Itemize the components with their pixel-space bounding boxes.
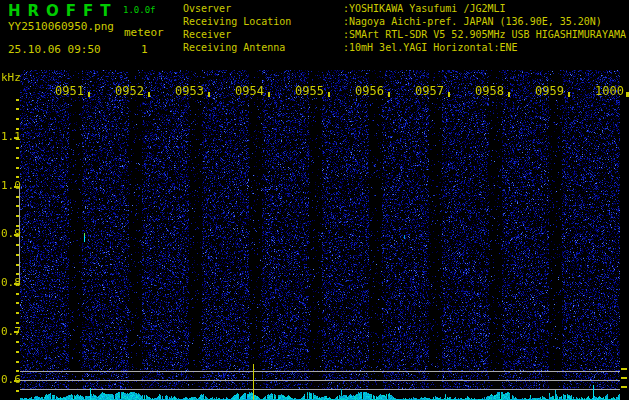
freq-tick <box>16 264 19 266</box>
channel-number: 1 <box>141 43 148 56</box>
freq-tick <box>16 147 19 149</box>
freq-tick <box>14 186 19 188</box>
freq-tick <box>14 283 19 285</box>
right-axis-tick <box>621 377 627 379</box>
freq-tick <box>16 341 19 343</box>
info-row-antenna: Receiving Antenna :10mH 3el.YAGI Horizon… <box>183 42 629 55</box>
freq-tick <box>16 361 19 363</box>
freq-label: 0.6 <box>1 373 21 386</box>
receiver-value: :SMArt RTL-SDR V5 52.905MHz USB HIGASHIM… <box>343 29 626 40</box>
freq-tick <box>16 99 19 101</box>
freq-tick <box>14 380 19 382</box>
freq-tick <box>14 234 19 236</box>
corner-time-tick <box>626 92 628 97</box>
observer-value: :YOSHIKAWA Yasufumi /JG2MLI <box>343 3 506 14</box>
freq-tick <box>16 322 19 324</box>
frequency-unit-label: kHz <box>1 71 21 84</box>
freq-tick <box>16 244 19 246</box>
info-row-observer: Ovserver :YOSHIKAWA Yasufumi /JG2MLI <box>183 3 629 16</box>
freq-tick <box>16 225 19 227</box>
freq-tick <box>16 390 19 392</box>
freq-tick <box>16 205 19 207</box>
freq-tick <box>16 108 19 110</box>
freq-tick <box>16 128 19 130</box>
freq-tick <box>16 370 19 372</box>
version-label: 1.0.0f <box>123 5 156 15</box>
freq-label: 0.8 <box>1 276 21 289</box>
antenna-label: Receiving Antenna <box>183 42 285 53</box>
freq-tick <box>16 167 19 169</box>
freq-tick <box>16 176 19 178</box>
output-filename: YY2510060950.png <box>8 20 114 33</box>
freq-label: 0.9 <box>1 227 21 240</box>
datetime-label: 25.10.06 09:50 <box>8 43 101 56</box>
freq-tick <box>16 273 19 275</box>
info-row-receiver: Receiver :SMArt RTL-SDR V5 52.905MHz USB… <box>183 29 629 42</box>
receiver-label: Receiver <box>183 29 231 40</box>
hrofft-screen: HROFFT 1.0.0f YY2510060950.png meteor 25… <box>0 0 629 400</box>
freq-label: 1.1 <box>1 130 21 143</box>
freq-tick <box>16 215 19 217</box>
freq-tick <box>16 118 19 120</box>
freq-tick <box>14 137 19 139</box>
freq-label: 0.7 <box>1 325 21 338</box>
info-row-location: Receiving Location :Nagoya Aichi-pref. J… <box>183 16 629 29</box>
freq-tick <box>16 254 19 256</box>
location-label: Receiving Location <box>183 16 291 27</box>
app-title: HROFFT <box>8 2 118 20</box>
freq-tick <box>16 293 19 295</box>
freq-tick <box>16 312 19 314</box>
freq-tick <box>14 331 19 333</box>
freq-tick <box>16 157 19 159</box>
location-value: :Nagoya Aichi-pref. JAPAN (136.90E, 35.2… <box>343 16 602 27</box>
freq-tick <box>16 351 19 353</box>
spectrogram-canvas <box>20 70 620 400</box>
freq-label: 1.0 <box>1 179 21 192</box>
freq-tick <box>16 302 19 304</box>
mode-label: meteor <box>124 26 164 39</box>
freq-tick <box>16 196 19 198</box>
antenna-value: :10mH 3el.YAGI Horizontal:ENE <box>343 42 518 53</box>
observer-label: Ovserver <box>183 3 231 14</box>
right-axis-tick <box>621 368 627 370</box>
right-axis-tick <box>621 386 627 388</box>
station-info: Ovserver :YOSHIKAWA Yasufumi /JG2MLI Rec… <box>183 3 629 63</box>
